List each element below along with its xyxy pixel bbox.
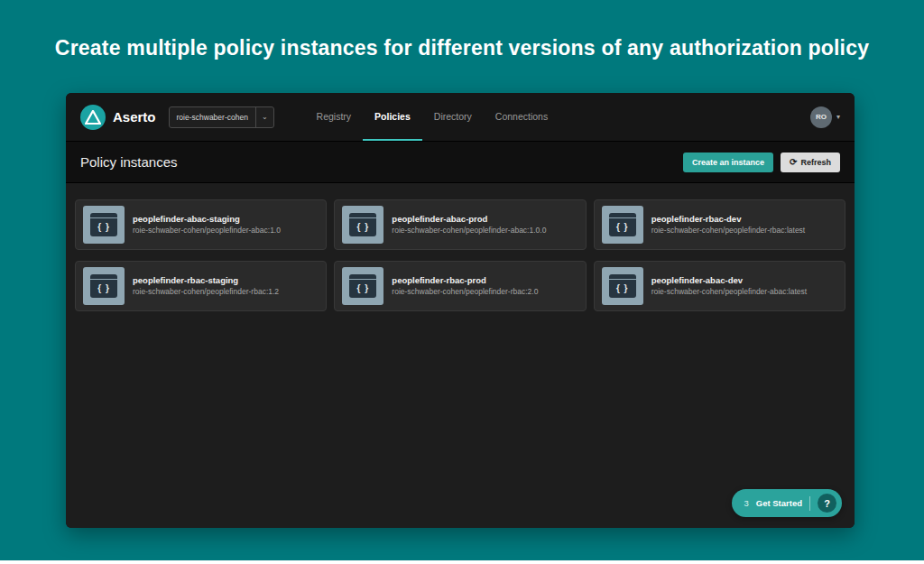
bottom-border	[0, 560, 924, 564]
policy-ref: roie-schwaber-cohen/peoplefinder-abac:1.…	[133, 226, 281, 236]
policy-instance-card[interactable]: { } peoplefinder-abac-prod roie-schwaber…	[334, 199, 586, 250]
policy-instance-card[interactable]: { } peoplefinder-abac-dev roie-schwaber-…	[594, 261, 845, 311]
policy-title: peoplefinder-abac-staging	[133, 214, 281, 224]
tab-directory[interactable]: Directory	[422, 93, 484, 141]
policy-title: peoplefinder-abac-prod	[392, 214, 546, 224]
policy-icon: { }	[342, 267, 383, 305]
braces-icon: { }	[357, 283, 370, 293]
chevron-down-icon: ⌄	[255, 107, 273, 127]
policy-icon: { }	[83, 206, 125, 244]
policy-instance-card[interactable]: { } peoplefinder-rbac-prod roie-schwaber…	[334, 261, 586, 311]
create-instance-button[interactable]: Create an instance	[683, 153, 773, 172]
user-menu[interactable]: RO ▾	[810, 106, 840, 128]
caret-down-icon: ▾	[836, 113, 840, 121]
policy-icon: { }	[602, 206, 643, 244]
policy-ref: roie-schwaber-cohen/peoplefinder-abac:la…	[651, 287, 807, 297]
refresh-icon: ⟳	[790, 158, 797, 167]
top-navbar: Aserto roie-schwaber-cohen ⌄ Registry Po…	[66, 93, 855, 142]
page-title: Policy instances	[80, 154, 178, 170]
braces-icon: { }	[616, 222, 629, 232]
policy-ref: roie-schwaber-cohen/peoplefinder-rbac:la…	[651, 226, 806, 236]
page-header: Policy instances Create an instance ⟳ Re…	[66, 142, 855, 183]
policy-instance-card[interactable]: { } peoplefinder-abac-staging roie-schwa…	[75, 199, 327, 250]
help-question-icon: ?	[818, 494, 836, 513]
policy-instance-card[interactable]: { } peoplefinder-rbac-dev roie-schwaber-…	[594, 199, 845, 250]
braces-icon: { }	[97, 283, 110, 293]
tab-policies[interactable]: Policies	[363, 93, 422, 141]
policy-title: peoplefinder-rbac-staging	[133, 275, 279, 285]
policy-card-grid: { } peoplefinder-abac-staging roie-schwa…	[75, 199, 845, 311]
avatar: RO	[810, 106, 832, 128]
aserto-logo-icon	[80, 105, 106, 130]
policy-icon: { }	[602, 267, 643, 305]
refresh-label: Refresh	[800, 158, 831, 167]
policy-title: peoplefinder-rbac-prod	[392, 275, 538, 285]
page-headline: Create multiple policy instances for dif…	[0, 36, 924, 60]
policy-title: peoplefinder-rbac-dev	[651, 214, 806, 224]
divider	[809, 496, 810, 511]
aserto-app-window: Aserto roie-schwaber-cohen ⌄ Registry Po…	[66, 93, 855, 528]
policy-instances-panel: { } peoplefinder-abac-staging roie-schwa…	[66, 183, 855, 528]
policy-ref: roie-schwaber-cohen/peoplefinder-rbac:2.…	[392, 287, 538, 297]
policy-instance-card[interactable]: { } peoplefinder-rbac-staging roie-schwa…	[75, 261, 327, 311]
braces-icon: { }	[97, 222, 110, 232]
braces-icon: { }	[357, 222, 370, 232]
policy-icon: { }	[342, 206, 383, 244]
policy-title: peoplefinder-abac-dev	[651, 275, 807, 285]
get-started-count: 3	[744, 498, 748, 508]
get-started-button[interactable]: 3 Get Started ?	[732, 489, 842, 517]
policy-icon: { }	[83, 267, 125, 305]
tab-registry[interactable]: Registry	[305, 93, 364, 141]
tab-connections[interactable]: Connections	[484, 93, 559, 141]
org-selector-value: roie-schwaber-cohen	[170, 113, 255, 122]
header-actions: Create an instance ⟳ Refresh	[683, 153, 840, 172]
braces-icon: { }	[616, 283, 629, 293]
main-nav: Registry Policies Directory Connections	[305, 93, 560, 141]
refresh-button[interactable]: ⟳ Refresh	[781, 153, 840, 172]
brand-name: Aserto	[113, 109, 156, 125]
org-selector[interactable]: roie-schwaber-cohen ⌄	[169, 106, 274, 128]
get-started-label: Get Started	[756, 498, 802, 508]
policy-ref: roie-schwaber-cohen/peoplefinder-rbac:1.…	[133, 287, 279, 297]
policy-ref: roie-schwaber-cohen/peoplefinder-abac:1.…	[392, 226, 546, 236]
